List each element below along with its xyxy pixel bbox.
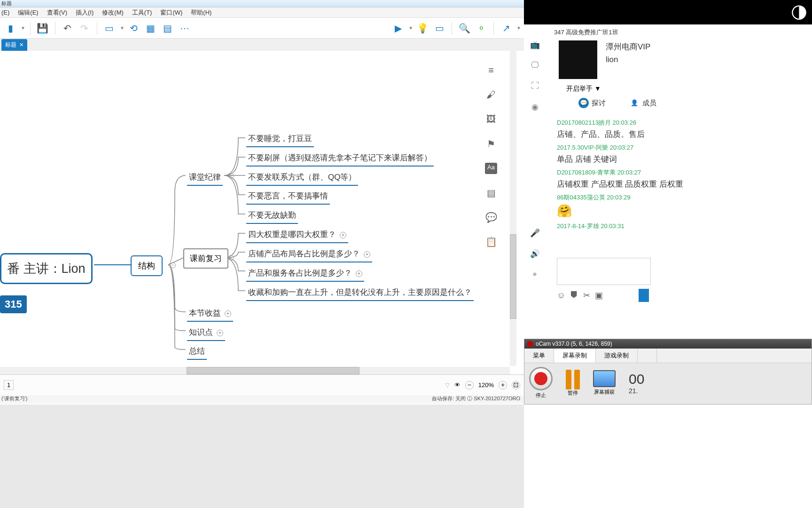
font-icon[interactable]: Aa [485,163,497,174]
send-button[interactable] [639,289,649,302]
person-icon: 👤 [629,98,640,108]
outline-icon[interactable]: ≡ [485,65,497,76]
ocam-filesize: 21. [629,387,644,395]
new-icon[interactable]: ▮ [3,21,18,36]
node-knowledge[interactable]: 知识点+ [187,325,225,341]
ocam-tab-more[interactable] [638,349,657,363]
leaf-node[interactable]: 不要刷屏（遇到疑惑请先拿本子笔记下来课后解答） [246,150,434,167]
expand-icon[interactable]: + [364,251,370,258]
tab-discuss[interactable]: 💬探讨 [578,98,606,108]
mindmap-canvas[interactable]: 番 主讲：Lion 315 结构 − 课堂纪律 − 不要睡觉，打豆豆 不要刷屏（… [0,51,510,366]
scissors-icon[interactable]: ✂ [583,290,590,301]
zoom-in-button[interactable]: + [499,381,507,389]
tab-members[interactable]: 👤成员 [629,98,656,108]
ocam-tab-screen-record[interactable]: 屏幕录制 [554,349,596,363]
quote-icon[interactable]: ▣ [595,290,603,301]
format-icon[interactable]: 🖌 [485,89,497,101]
present-icon[interactable]: ▶ [390,21,406,36]
image-icon[interactable]: 🖼 [485,114,497,125]
boundary-icon[interactable]: ▦ [143,21,158,36]
leaf-node[interactable]: 不要发联系方式（群、QQ等） [246,169,358,186]
shield-icon[interactable]: ⛊ [570,291,578,301]
expand-icon[interactable]: + [340,232,346,238]
share-icon[interactable]: ⚬ [474,21,489,36]
ocam-tab-menu[interactable]: 菜单 [524,349,554,363]
chat-side-icons: 📺 🖵 ⛶ ◉ 🎤 🔊 ● [525,40,544,279]
notes-icon[interactable]: ▤ [485,187,497,198]
horizontal-scrollbar[interactable] [0,367,510,374]
speaker-icon[interactable]: 🔊 [530,249,540,258]
message-list[interactable]: D20170802113皓月 20:03:26 店铺、产品、品质。售后 2017… [524,113,812,254]
menu-view[interactable]: 查看(V) [47,8,67,17]
eye-icon[interactable]: 👁 [454,381,461,389]
menu-file[interactable]: (E) [1,9,9,16]
node-class-discipline[interactable]: 课堂纪律 [187,169,223,186]
menu-insert[interactable]: 插入(I) [76,8,94,17]
msg-text: 单品 店铺 关键词 [557,154,812,165]
raise-hand-toggle[interactable]: 开启举手 ▼ [524,79,812,96]
struct-node[interactable]: 结构 [131,255,163,276]
collapse-icon[interactable]: − [170,262,176,268]
search-icon[interactable]: 🔍 [457,21,472,36]
clock-icon[interactable]: ● [530,270,540,279]
root-node[interactable]: 番 主讲：Lion [0,253,93,284]
chat-panel: ◑ 347 高级免费推广班1班 潭州电商VIP lion 开启举手 ▼ 💬探讨 … [524,0,812,508]
ocam-pause-button[interactable]: 暂停 [566,370,580,397]
collapse-icon[interactable]: − [228,173,234,179]
task-icon[interactable]: 📋 [485,236,497,247]
save-icon[interactable]: 💾 [35,21,50,36]
page-number[interactable]: 1 [4,380,14,390]
marker-icon[interactable]: ⚑ [485,138,497,150]
filter-icon[interactable]: ▽ [445,381,450,389]
leaf-node[interactable]: 不要无故缺勤 [246,207,298,224]
gantt-icon[interactable]: ▭ [432,21,447,36]
expand-icon[interactable]: + [356,270,362,277]
expand-icon[interactable]: + [217,330,223,336]
node-summary[interactable]: 总结 [187,343,207,360]
ocam-capture-button[interactable]: 屏幕捕获 [593,370,616,396]
export-icon[interactable]: ↗ [499,21,514,36]
mic-icon[interactable]: 🎤 [530,228,540,238]
ocam-stop-button[interactable]: 停止 [529,367,553,399]
summary-icon[interactable]: ▤ [160,21,175,36]
redo-icon[interactable]: ↷ [77,21,92,36]
vertical-scrollbar[interactable] [510,51,516,366]
idea-icon[interactable]: 💡 [415,21,430,36]
menu-modify[interactable]: 修改(M) [102,8,124,17]
leaf-node[interactable]: 店铺产品布局各占比例是多少？+ [246,246,372,262]
node-pre-class-review[interactable]: 课前复习 [183,248,228,269]
fullscreen-icon[interactable]: ⛶ [530,81,540,91]
ocam-timer: 00 [629,371,644,387]
relationship-icon[interactable]: ⟲ [126,21,141,36]
menu-window[interactable]: 窗口(W) [160,8,182,17]
comments-icon[interactable]: 💬 [485,212,497,223]
tv-icon[interactable]: 📺 [530,40,540,49]
leaf-node[interactable]: 收藏和加购一直在上升，但是转化没有上升，主要原因是什么？ [246,285,474,301]
menu-help[interactable]: 帮助(H) [191,8,211,17]
chat-input[interactable] [557,258,651,285]
leaf-node[interactable]: 不要睡觉，打豆豆 [246,131,314,147]
ocam-tab-game-record[interactable]: 游戏录制 [596,349,638,363]
zoom-out-button[interactable]: − [465,381,474,389]
emoji-icon[interactable]: ☺ [557,291,565,301]
tab-close-icon[interactable]: ✕ [19,42,23,48]
leaf-node[interactable]: 不要恶言，不要搞事情 [246,188,330,205]
document-tab[interactable]: 标题 ✕ [1,39,27,51]
expand-icon[interactable]: + [225,310,231,317]
mindmap-window: 标题 (E) 编辑(E) 查看(V) 插入(I) 修改(M) 工具(T) 窗口(… [0,0,524,405]
record-dot-icon [527,341,533,347]
ocam-titlebar[interactable]: oCam v337.0 (5, 6, 1426, 859) [524,339,812,349]
topic-icon[interactable]: ▭ [102,21,117,36]
collapse-icon[interactable]: − [228,255,234,261]
leaf-node[interactable]: 产品和服务各占比例是多少？+ [246,265,364,282]
record-icon[interactable]: ◉ [530,102,540,111]
menu-tools[interactable]: 工具(T) [132,8,152,17]
msg-text: 店铺权重 产品权重 品质权重 后权重 [557,179,812,190]
menu-edit[interactable]: 编辑(E) [18,8,38,17]
leaf-node[interactable]: 四大权重是哪四大权重？+ [246,227,348,243]
monitor-icon[interactable]: 🖵 [530,61,540,70]
undo-icon[interactable]: ↶ [60,21,75,36]
zoom-fit-button[interactable]: ⊡ [512,381,520,389]
more-icon[interactable]: ⋯ [177,21,192,36]
node-gains[interactable]: 本节收益+ [187,305,233,322]
